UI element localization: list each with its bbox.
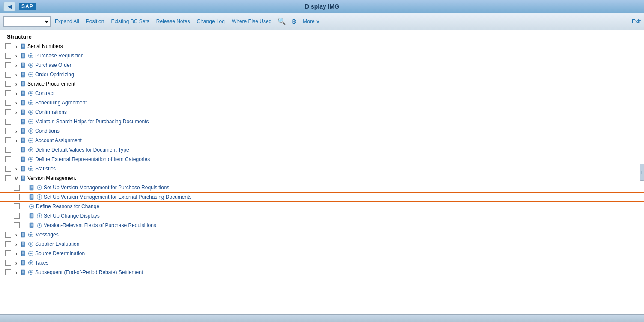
tree-row[interactable]: ∨ Version Management <box>0 173 644 183</box>
tree-row[interactable]: Set Up Version Management for External P… <box>0 192 644 202</box>
tree-row[interactable]: › Confirmations <box>0 107 644 117</box>
expand-icon[interactable]: › <box>13 109 20 116</box>
svg-point-60 <box>30 102 32 104</box>
dropdown-select[interactable] <box>3 16 51 27</box>
expand-icon[interactable]: › <box>13 165 20 172</box>
expand-icon[interactable] <box>21 222 28 229</box>
tree-row[interactable]: › Statistics <box>0 164 644 173</box>
position-button[interactable]: Position <box>83 18 107 25</box>
row-checkbox[interactable] <box>5 128 11 134</box>
exit-button[interactable]: Exit <box>632 18 641 24</box>
expand-icon[interactable] <box>13 118 20 125</box>
row-checkbox[interactable] <box>5 53 11 59</box>
expand-all-button[interactable]: Expand All <box>52 18 82 25</box>
expand-icon[interactable]: › <box>13 241 20 247</box>
tree-row[interactable]: › Supplier Evaluation <box>0 239 644 249</box>
row-checkbox[interactable] <box>5 81 11 87</box>
tree-row[interactable]: › Messages <box>0 230 644 239</box>
expand-icon[interactable] <box>21 194 28 200</box>
expand-icon[interactable]: › <box>13 128 20 134</box>
row-checkbox[interactable] <box>5 137 11 143</box>
row-checkbox[interactable] <box>5 175 11 181</box>
tree-row[interactable]: › Subsequent (End-of-Period Rebate) Sett… <box>0 268 644 277</box>
tree-row[interactable]: › Order Optimizing <box>0 70 644 79</box>
svg-rect-231 <box>21 260 22 265</box>
tree-row[interactable]: Version-Relevant Fields of Purchase Requ… <box>0 221 644 230</box>
book-icon <box>28 212 35 219</box>
config-icon <box>27 52 34 59</box>
expand-icon[interactable]: › <box>13 71 20 78</box>
expand-icon[interactable]: ∨ <box>13 175 20 182</box>
row-checkbox[interactable] <box>14 203 20 209</box>
row-checkbox[interactable] <box>5 156 11 162</box>
tree-row[interactable]: Define Default Values for Document Type <box>0 145 644 155</box>
svg-point-236 <box>30 262 32 264</box>
tree-row[interactable]: › Contract <box>0 89 644 98</box>
row-checkbox[interactable] <box>5 100 11 106</box>
row-checkbox[interactable] <box>5 43 11 49</box>
item-label: Define Reasons for Change <box>36 203 99 209</box>
more-button[interactable]: More ∨ <box>300 18 322 25</box>
tree-row[interactable]: Define Reasons for Change <box>0 202 644 211</box>
expand-icon[interactable]: › <box>13 52 20 59</box>
row-checkbox[interactable] <box>5 90 11 96</box>
row-checkbox[interactable] <box>5 232 11 238</box>
expand-icon[interactable]: › <box>13 259 20 266</box>
expand-icon[interactable]: › <box>13 250 20 257</box>
item-label: Set Up Change Displays <box>44 213 100 219</box>
tree-row[interactable]: › Scheduling Agreement <box>0 98 644 107</box>
add-bookmark-icon-button[interactable]: ⊕ <box>289 17 298 25</box>
tree-row[interactable]: › Conditions <box>0 126 644 136</box>
tree-row[interactable]: › Service Procurement <box>0 79 644 89</box>
expand-icon[interactable] <box>21 212 28 219</box>
release-notes-button[interactable]: Release Notes <box>154 18 193 25</box>
tree-row[interactable]: › Serial Numbers <box>0 42 644 51</box>
expand-icon[interactable] <box>13 156 20 163</box>
expand-icon[interactable]: › <box>13 90 20 97</box>
row-checkbox[interactable] <box>5 72 11 78</box>
row-checkbox[interactable] <box>5 166 11 172</box>
search-icon-button[interactable]: 🔍 <box>276 17 288 25</box>
expand-icon[interactable]: › <box>13 62 20 69</box>
item-label: Set Up Version Management for External P… <box>44 194 192 200</box>
tree-row[interactable]: › Source Determination <box>0 249 644 258</box>
where-else-used-button[interactable]: Where Else Used <box>229 18 274 25</box>
expand-icon[interactable] <box>21 203 28 210</box>
tree-row[interactable]: › Purchase Requisition <box>0 51 644 60</box>
expand-icon[interactable] <box>13 146 20 153</box>
expand-icon[interactable] <box>21 184 28 191</box>
row-checkbox[interactable] <box>5 260 11 266</box>
row-checkbox[interactable] <box>14 185 20 191</box>
row-checkbox[interactable] <box>5 109 11 115</box>
back-button[interactable]: ◀ <box>3 2 15 11</box>
expand-icon[interactable]: › <box>13 231 20 238</box>
tree-row[interactable]: Set Up Version Management for Purchase R… <box>0 183 644 192</box>
resize-handle[interactable]: ⋮ <box>640 164 644 181</box>
row-checkbox[interactable] <box>14 213 20 219</box>
row-checkbox[interactable] <box>5 250 11 256</box>
tree-row[interactable]: Maintain Search Helps for Purchasing Doc… <box>0 117 644 126</box>
change-log-button[interactable]: Change Log <box>194 18 227 25</box>
row-checkbox[interactable] <box>5 62 11 68</box>
row-checkbox[interactable] <box>5 269 11 275</box>
existing-bc-sets-button[interactable]: Existing BC Sets <box>108 18 152 25</box>
expand-icon[interactable]: › <box>13 43 20 50</box>
row-checkbox[interactable] <box>5 241 11 247</box>
tree-row[interactable]: › Account Assignment <box>0 136 644 145</box>
row-checkbox[interactable] <box>5 147 11 153</box>
svg-point-22 <box>30 64 32 66</box>
item-label: Purchase Order <box>35 62 72 68</box>
row-checkbox[interactable] <box>14 222 20 228</box>
row-checkbox[interactable] <box>14 194 20 200</box>
tree-row[interactable]: Set Up Change Displays <box>0 211 644 221</box>
svg-rect-209 <box>21 242 22 247</box>
tree-row[interactable]: Define External Representation of Item C… <box>0 155 644 164</box>
row-checkbox[interactable] <box>5 119 11 125</box>
expand-icon[interactable]: › <box>13 80 20 87</box>
tree-row[interactable]: › Taxes <box>0 258 644 268</box>
tree-row[interactable]: › Purchase Order <box>0 60 644 70</box>
expand-icon[interactable]: › <box>13 269 20 276</box>
expand-icon[interactable]: › <box>13 137 20 144</box>
expand-icon[interactable]: › <box>13 99 20 106</box>
svg-point-170 <box>31 206 33 207</box>
